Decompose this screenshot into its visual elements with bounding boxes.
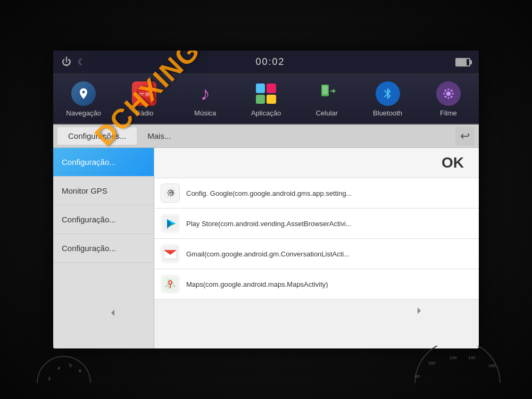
play-store-text: Play Store(com.android.vending.AssetBrow… [186, 220, 352, 228]
svg-text:140: 140 [468, 355, 476, 360]
svg-point-12 [443, 93, 445, 95]
nav-item-celular[interactable]: Celular [296, 78, 357, 119]
gauge-right: 80 100 120 140 160 [410, 346, 505, 383]
nav-bar: Navegação [53, 74, 479, 124]
back-button[interactable]: ↩ [455, 127, 475, 146]
svg-point-17 [444, 96, 446, 98]
tab-mais[interactable]: Mais... [137, 127, 181, 145]
svg-point-26 [169, 281, 171, 284]
battery-icon [455, 58, 470, 66]
svg-point-14 [444, 89, 446, 92]
nav-item-bluetooth[interactable]: Bluetooth [357, 78, 418, 119]
gmail-icon [161, 244, 180, 263]
app-item-gmail[interactable]: Gmail(com.google.android.gm.Conversation… [154, 239, 479, 269]
svg-text:80: 80 [415, 374, 420, 379]
tab-bar: Configurações... Mais... ↩ [53, 124, 479, 148]
nav-item-navegacao[interactable]: Navegação [53, 78, 114, 119]
nav-item-radio[interactable]: Rádio [114, 78, 174, 119]
svg-text:160: 160 [488, 363, 496, 368]
navegacao-icon [70, 80, 97, 107]
svg-text:5: 5 [69, 363, 72, 368]
svg-point-11 [447, 97, 450, 99]
nav-label-radio: Rádio [135, 109, 153, 117]
nav-label-filme: Filme [440, 109, 457, 117]
svg-text:100: 100 [428, 361, 436, 365]
sidebar-item-monitor-gps[interactable]: Monitor GPS [53, 177, 154, 205]
svg-line-6 [146, 87, 149, 89]
nav-label-celular: Celular [316, 109, 338, 117]
radio-icon [131, 80, 157, 107]
nav-item-musica[interactable]: ♪ Música [175, 78, 236, 119]
svg-point-10 [447, 88, 450, 90]
svg-point-3 [146, 93, 148, 95]
left-sidebar: Configuração... Monitor GPS Configuração… [53, 148, 154, 348]
nav-label-musica: Música [194, 109, 216, 117]
celular-icon [313, 80, 340, 107]
corner-indicator-right [414, 307, 421, 317]
svg-point-9 [446, 92, 451, 96]
ok-button[interactable]: OK [435, 152, 470, 173]
screen-container: DCHXING ⏻ ☾ 00:02 [53, 51, 479, 348]
svg-point-15 [450, 96, 452, 98]
svg-point-13 [452, 93, 454, 95]
top-bar-right [455, 58, 470, 66]
svg-text:4: 4 [57, 365, 60, 371]
tab-configuracoes[interactable]: Configurações... [57, 127, 137, 145]
right-panel: OK G [154, 148, 479, 348]
gmail-text: Gmail(com.google.android.gm.Conversation… [186, 250, 350, 258]
sidebar-item-config1[interactable]: Configuração... [53, 148, 154, 177]
app-item-google-settings[interactable]: G Config. Google(com.google.android.gms.… [154, 178, 479, 209]
gauge-left: 3 4 5 6 [32, 346, 96, 383]
bluetooth-icon [375, 80, 401, 107]
content-split: Configuração... Monitor GPS Configuração… [53, 148, 479, 348]
nav-label-navegacao: Navegação [66, 109, 101, 117]
top-bar: ⏻ ☾ 00:02 [53, 51, 479, 74]
google-settings-text: Config. Google(com.google.android.gms.ap… [186, 189, 352, 197]
maps-icon [161, 275, 180, 294]
corner-indicator-left [111, 309, 118, 317]
svg-point-16 [450, 89, 452, 92]
nav-item-filme[interactable]: Filme [418, 78, 479, 119]
svg-rect-8 [322, 86, 328, 94]
maps-text: Maps(com.google.android.maps.MapsActivit… [186, 280, 328, 288]
nav-label-aplicacao: Aplicação [251, 109, 281, 117]
svg-text:6: 6 [79, 368, 81, 373]
musica-icon: ♪ [192, 80, 219, 107]
nav-label-bluetooth: Bluetooth [373, 109, 402, 117]
sidebar-item-config2[interactable]: Configuração... [53, 205, 154, 234]
app-list: G Config. Google(com.google.android.gms.… [154, 178, 479, 348]
app-item-play-store[interactable]: Play Store(com.android.vending.AssetBrow… [154, 209, 479, 239]
svg-rect-4 [139, 93, 144, 94]
moon-icon[interactable]: ☾ [78, 57, 85, 67]
aplicacao-icon [253, 80, 279, 107]
app-item-maps[interactable]: Maps(com.google.android.maps.MapsActivit… [154, 269, 479, 300]
top-bar-left: ⏻ ☾ [62, 56, 85, 68]
google-settings-icon: G [161, 184, 180, 203]
svg-text:120: 120 [450, 355, 457, 360]
filme-icon [435, 80, 462, 107]
sidebar-item-config3[interactable]: Configuração... [53, 234, 154, 263]
svg-text:3: 3 [48, 376, 51, 381]
svg-text:G: G [168, 190, 172, 196]
ok-row: OK [154, 148, 479, 178]
svg-rect-5 [139, 95, 143, 96]
power-icon[interactable]: ⏻ [62, 56, 71, 68]
play-store-icon [161, 214, 180, 233]
nav-item-aplicacao[interactable]: Aplicação [236, 78, 296, 119]
clock-display: 00:02 [255, 56, 285, 68]
